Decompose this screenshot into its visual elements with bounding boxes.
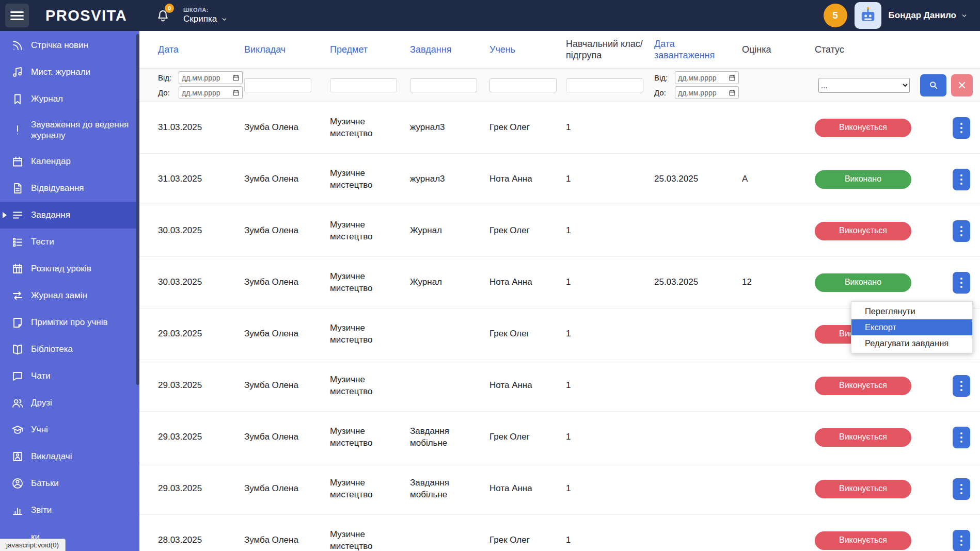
- cell-subject: Музичне мистецтво: [330, 271, 410, 294]
- clear-filters-button[interactable]: [951, 74, 973, 96]
- sidebar-item-tests[interactable]: Тести: [0, 229, 139, 255]
- cell-date: 30.03.2025: [158, 277, 244, 288]
- row-actions-button[interactable]: [953, 478, 970, 500]
- notifications-count-badge: 0: [165, 4, 174, 13]
- notifications-button[interactable]: 0: [156, 9, 170, 23]
- student-filter-input[interactable]: [489, 78, 557, 92]
- cell-subject: Музичне мистецтво: [330, 529, 410, 551]
- sidebar-item-label: Батьки: [31, 478, 59, 489]
- sidebar-item-label: Учні: [31, 424, 48, 435]
- graduation-icon: [11, 424, 24, 436]
- sidebar-item-label: Завдання: [31, 209, 70, 220]
- sidebar-item-student-notes[interactable]: Примітки про учнів: [0, 309, 139, 336]
- sidebar-item-schedule[interactable]: Розклад уроків: [0, 255, 139, 282]
- calendar-icon: [232, 74, 240, 82]
- sidebar-item-friends[interactable]: Друзі: [0, 390, 139, 416]
- context-menu-item[interactable]: Експорт: [851, 319, 972, 335]
- cell-student: Грек Олег: [489, 328, 566, 339]
- filter-date-range: Від: дд.мм.рррр До: дд.мм.рррр: [158, 71, 244, 99]
- row-actions-button[interactable]: [953, 220, 970, 242]
- avatar[interactable]: [855, 2, 881, 29]
- calendar-icon: [11, 155, 24, 168]
- row-actions-button[interactable]: [953, 375, 970, 397]
- cell-subject: Музичне мистецтво: [330, 322, 410, 345]
- status-badge: Виконується: [815, 377, 911, 395]
- cell-student: Нота Анна: [489, 173, 566, 185]
- column-header[interactable]: Викладач: [244, 44, 330, 56]
- cell-status: Виконується: [815, 222, 913, 240]
- sidebar-item-parents[interactable]: Батьки: [0, 470, 139, 497]
- task-filter-input[interactable]: [410, 78, 477, 92]
- subject-filter-input[interactable]: [330, 78, 397, 92]
- sidebar-item-label: Викладачі: [31, 451, 72, 462]
- sidebar-item-label: Журнал: [31, 93, 63, 104]
- topbar: PROSVITA 0 ШКОЛА: Скрипка 5 Бондар Да: [0, 0, 980, 31]
- teacher-filter-input[interactable]: [244, 78, 311, 92]
- cell-student: Нота Анна: [489, 380, 566, 391]
- sidebar-item-calendar[interactable]: Календар: [0, 148, 139, 175]
- row-actions-button[interactable]: [953, 117, 970, 139]
- sidebar-item-attendance[interactable]: Відвідування: [0, 175, 139, 202]
- cell-teacher: Зумба Олена: [244, 225, 330, 236]
- sidebar-item-reports[interactable]: Звіти: [0, 497, 139, 524]
- context-menu-item[interactable]: Редагувати завдання: [851, 335, 972, 351]
- sidebar-item-students[interactable]: Учні: [0, 416, 139, 443]
- sidebar-item-chats[interactable]: Чати: [0, 363, 139, 390]
- swap-icon: [11, 289, 24, 302]
- sidebar-item-tasks[interactable]: Завдання: [0, 202, 139, 229]
- sidebar-item-substitutions[interactable]: Журнал замін: [0, 282, 139, 309]
- upload-date-from-input[interactable]: дд.мм.рррр: [675, 71, 739, 84]
- cell-task: Завдання мобільне: [410, 426, 489, 448]
- sidebar-item-remarks[interactable]: Зауваження до ведення журналу: [0, 112, 139, 148]
- date-to-input[interactable]: дд.мм.рррр: [179, 86, 243, 99]
- book-icon: [11, 343, 24, 355]
- search-button[interactable]: [920, 74, 946, 96]
- column-header[interactable]: Учень: [489, 44, 566, 56]
- sidebar-item-library[interactable]: Бібліотека: [0, 336, 139, 363]
- sidebar-scrollbar-thumb[interactable]: [136, 34, 139, 385]
- status-filter-select[interactable]: ...: [818, 78, 910, 93]
- sidebar-item-news[interactable]: Стрічка новин: [0, 32, 139, 59]
- sidebar-item-teachers[interactable]: Викладачі: [0, 443, 139, 470]
- group-filter-input[interactable]: [566, 78, 643, 92]
- cell-teacher: Зумба Олена: [244, 534, 330, 546]
- cell-teacher: Зумба Олена: [244, 277, 330, 288]
- column-header[interactable]: Завдання: [410, 44, 489, 56]
- chat-icon: [11, 370, 24, 382]
- context-menu-item[interactable]: Переглянути: [851, 303, 972, 319]
- date-from-input[interactable]: дд.мм.рррр: [179, 71, 243, 84]
- row-actions-button[interactable]: [953, 169, 970, 190]
- cell-actions: [913, 427, 980, 448]
- menu-toggle-button[interactable]: [5, 4, 29, 27]
- cell-task: журнал3: [410, 173, 489, 185]
- table-row: 29.03.2025Зумба ОленаМузичне мистецтвоЗа…: [139, 412, 980, 463]
- cell-teacher: Зумба Олена: [244, 122, 330, 133]
- row-actions-button[interactable]: [953, 272, 970, 294]
- tests-icon: [11, 236, 24, 248]
- sidebar-item-label: Стрічка новин: [31, 40, 88, 51]
- sidebar-item-label: Журнал замін: [31, 290, 87, 301]
- table-row: 29.03.2025Зумба ОленаМузичне мистецтвоЗа…: [139, 463, 980, 515]
- sidebar-item-art-journals[interactable]: Мист. журнали: [0, 59, 139, 86]
- cell-student: Грек Олег: [489, 431, 566, 443]
- counter-badge[interactable]: 5: [824, 4, 847, 27]
- brand-logo[interactable]: PROSVITA: [45, 7, 127, 24]
- column-header: Статус: [815, 44, 913, 56]
- sidebar-item-journal[interactable]: Журнал: [0, 86, 139, 112]
- school-selector[interactable]: ШКОЛА: Скрипка: [183, 7, 228, 24]
- row-actions-button[interactable]: [953, 530, 970, 551]
- column-header[interactable]: Дата завантаження: [654, 38, 742, 61]
- cell-teacher: Зумба Олена: [244, 380, 330, 391]
- close-icon: [957, 80, 967, 90]
- row-actions-button[interactable]: [953, 427, 970, 448]
- column-header[interactable]: Дата: [158, 44, 244, 56]
- user-menu[interactable]: Бондар Данило: [889, 10, 968, 21]
- bookmark-icon: [11, 93, 24, 105]
- cell-group: 1: [566, 122, 654, 133]
- status-badge: Виконується: [815, 428, 911, 447]
- status-badge: Виконується: [815, 480, 911, 498]
- upload-date-to-input[interactable]: дд.мм.рррр: [675, 86, 739, 99]
- cell-status: Виконується: [815, 480, 913, 498]
- column-header[interactable]: Предмет: [330, 44, 410, 56]
- user-name: Бондар Данило: [889, 10, 956, 21]
